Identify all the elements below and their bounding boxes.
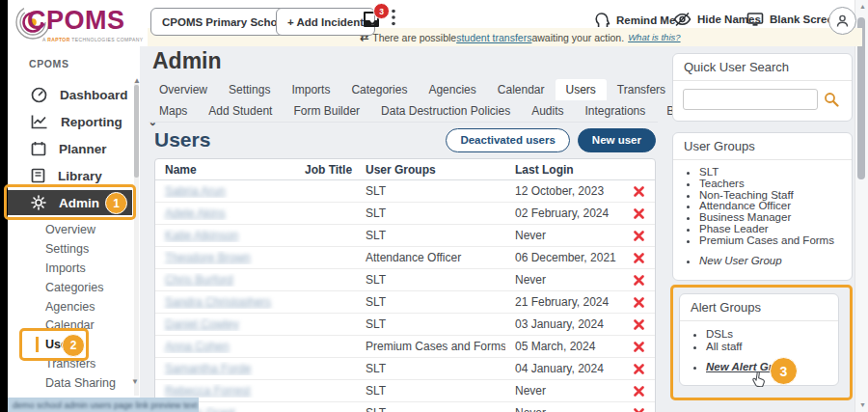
- column-header-job-title[interactable]: Job Title: [295, 163, 356, 177]
- more-options-menu-icon[interactable]: [392, 9, 395, 30]
- sidebar-item-admin-imports[interactable]: Imports: [45, 261, 86, 275]
- user-groups-cell: SLT: [356, 273, 505, 287]
- delete-x-icon: [634, 275, 644, 286]
- cpoms-logo[interactable]: CPOMS A RAPTOR TECHNOLOGIES COMPANY: [14, 2, 141, 46]
- column-header-name[interactable]: Name: [155, 163, 295, 177]
- delete-user-button[interactable]: [621, 297, 657, 308]
- last-login-cell: 21 February, 2024: [505, 295, 621, 309]
- tab-categories[interactable]: Categories: [340, 79, 418, 100]
- sidebar-item-library[interactable]: Library: [8, 162, 132, 189]
- last-login-cell: Never: [505, 273, 621, 287]
- user-avatar-menu[interactable]: [828, 7, 856, 35]
- user-group-item[interactable]: Premium Cases and Forms: [699, 235, 852, 247]
- user-name-link[interactable]: Chris Burford: [165, 273, 233, 287]
- tab-form-builder[interactable]: Form Builder: [283, 100, 370, 122]
- library-book-icon: [31, 168, 45, 183]
- student-transfers-link[interactable]: student transfers: [456, 32, 531, 43]
- user-groups-cell: SLT: [356, 184, 505, 198]
- blank-screen-button[interactable]: Blank Screen: [746, 12, 840, 27]
- delete-user-button[interactable]: [621, 386, 657, 397]
- delete-user-button[interactable]: [621, 253, 657, 263]
- sidebar-item-admin-agencies[interactable]: Agencies: [45, 300, 95, 314]
- sidebar-scroll-up-icon[interactable]: ▲: [133, 77, 141, 84]
- user-groups-cell: SLT: [356, 317, 505, 331]
- delete-user-button[interactable]: [621, 364, 657, 374]
- user-groups-cell: Premium Cases and Forms: [356, 340, 505, 353]
- user-name-link[interactable]: Adele Akins: [165, 206, 226, 220]
- delete-x-icon: [634, 208, 644, 219]
- dashboard-gauge-icon: [31, 87, 47, 103]
- status-bar-link-preview: demo school admin users page link previe…: [8, 398, 199, 412]
- tab-imports[interactable]: Imports: [281, 79, 340, 100]
- sidebar-item-planner[interactable]: Planner: [8, 135, 132, 162]
- tab-agencies[interactable]: Agencies: [418, 79, 486, 100]
- search-icon[interactable]: [824, 92, 839, 107]
- person-icon: [835, 14, 850, 28]
- remind-me-button[interactable]: Remind Me: [595, 12, 675, 29]
- user-name-link[interactable]: Anna Cohen: [165, 340, 230, 353]
- delete-user-button[interactable]: [621, 319, 657, 330]
- delete-user-button[interactable]: [621, 231, 657, 241]
- tab-settings[interactable]: Settings: [218, 79, 281, 100]
- sidebar-item-admin-overview[interactable]: Overview: [45, 223, 95, 236]
- sidebar-item-admin-settings[interactable]: Settings: [45, 242, 89, 256]
- tab-integrations[interactable]: Integrations: [575, 100, 657, 122]
- scroll-up-icon[interactable]: ▲: [859, 3, 866, 10]
- tab-maps[interactable]: Maps: [149, 100, 198, 122]
- user-name-link[interactable]: Sabria Arun: [165, 184, 226, 198]
- tab-transfers[interactable]: Transfers: [607, 79, 676, 100]
- user-groups-panel: User Groups SLT Teachers Non-Teaching St…: [672, 132, 853, 281]
- deactivated-users-button[interactable]: Deactivated users: [446, 128, 569, 152]
- user-name-link[interactable]: Daniel Cowley: [165, 317, 239, 331]
- user-groups-cell: SLT: [356, 384, 505, 398]
- sidebar-item-dashboard[interactable]: Dashboard: [8, 81, 132, 108]
- delete-user-button[interactable]: [621, 208, 657, 219]
- delete-x-icon: [634, 364, 644, 374]
- scroll-down-icon[interactable]: ▼: [859, 401, 866, 408]
- quick-user-search-input[interactable]: [683, 89, 818, 110]
- tab-data-destruction-policies[interactable]: Data Destruction Policies: [370, 100, 521, 122]
- column-header-user-groups[interactable]: User Groups: [356, 163, 505, 177]
- user-name-link[interactable]: Samantha Forde: [165, 362, 251, 375]
- delete-user-button[interactable]: [621, 408, 657, 412]
- delete-x-icon: [634, 408, 644, 412]
- user-group-item[interactable]: Phase Leader: [699, 224, 852, 235]
- delete-x-icon: [634, 342, 644, 352]
- table-row: Sandra Christophers SLT 21 February, 202…: [155, 291, 655, 314]
- section-title-users: Users: [154, 128, 446, 151]
- new-user-group-link[interactable]: New User Group: [699, 255, 782, 266]
- tab-calendar[interactable]: Calendar: [487, 79, 556, 100]
- user-name-link[interactable]: Rebecca Forrest: [165, 384, 251, 398]
- last-login-cell: 03 January, 2024: [505, 317, 621, 331]
- delete-user-button[interactable]: [621, 186, 657, 197]
- tab-add-student[interactable]: Add Student: [198, 100, 283, 122]
- column-header-last-login[interactable]: Last Login: [505, 163, 621, 177]
- sidebar-item-admin-transfers[interactable]: Transfers: [45, 357, 95, 371]
- sidebar-item-admin-categories[interactable]: Categories: [45, 281, 103, 294]
- tab-users[interactable]: Users: [556, 79, 607, 100]
- user-name-link[interactable]: Sandra Christophers: [165, 295, 271, 309]
- delete-user-button[interactable]: [621, 275, 657, 286]
- what-is-this-link[interactable]: What is this?: [628, 32, 680, 42]
- sidebar-scroll-down-icon[interactable]: ▼: [131, 378, 139, 385]
- alert-group-item[interactable]: DSLs: [706, 328, 838, 341]
- delete-x-icon: [634, 297, 644, 308]
- user-name-link[interactable]: Katie Atkinson: [165, 229, 238, 242]
- sidebar-item-reporting[interactable]: Reporting ⌄: [8, 108, 132, 135]
- user-groups-cell: SLT: [356, 229, 505, 242]
- sidebar-scrollbar-thumb[interactable]: [134, 85, 139, 178]
- user-groups-cell: SLT: [356, 206, 505, 220]
- sidebar-item-admin-data-sharing[interactable]: Data Sharing: [45, 376, 116, 390]
- quick-user-search-title: Quick User Search: [673, 54, 852, 81]
- sidebar-nav: CPOMS Dashboard Reporting ⌄ Planner Libr…: [8, 46, 140, 412]
- tab-overview[interactable]: Overview: [149, 79, 218, 100]
- table-row: Katie Atkinson SLT Never: [155, 225, 655, 247]
- user-group-item[interactable]: Teachers: [699, 179, 852, 190]
- user-name-link[interactable]: Theodore Brown: [165, 251, 251, 264]
- new-user-button[interactable]: New user: [578, 128, 656, 152]
- alert-group-item[interactable]: All staff: [706, 341, 838, 353]
- sidebar-item-admin-calendar[interactable]: Calendar: [45, 318, 95, 332]
- last-login-cell: 05 March, 2024: [505, 340, 621, 353]
- tab-audits[interactable]: Audits: [521, 100, 574, 122]
- delete-user-button[interactable]: [621, 342, 657, 352]
